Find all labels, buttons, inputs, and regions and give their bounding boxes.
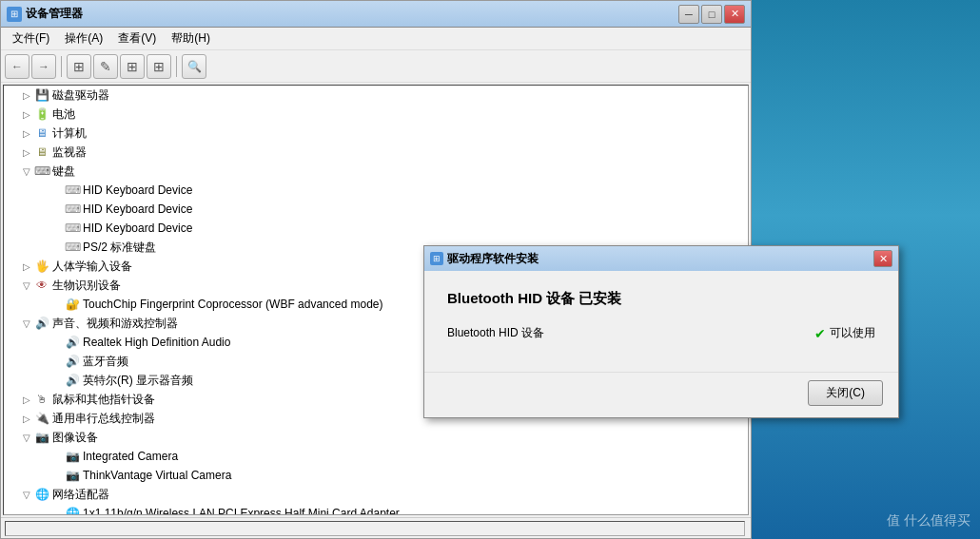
- toggle-mouse[interactable]: ▷: [19, 392, 34, 407]
- image-label: 图像设备: [52, 430, 98, 446]
- keyboard-icon: ⌨: [34, 164, 49, 179]
- hid3-label: HID Keyboard Device: [83, 221, 192, 235]
- battery-icon: 🔋: [34, 106, 49, 122]
- toggle-human[interactable]: ▷: [19, 259, 34, 274]
- toggle-wifi: [49, 506, 65, 515]
- tree-item-hid3[interactable]: ⌨ HID Keyboard Device: [4, 219, 748, 238]
- toggle-computer[interactable]: ▷: [19, 125, 34, 141]
- keyboard-label: 键盘: [52, 164, 75, 180]
- status-bar: [1, 517, 751, 538]
- dialog-close-button[interactable]: 关闭(C): [808, 380, 883, 406]
- cam2-icon: 📷: [65, 468, 80, 483]
- computer-icon: 🖥: [34, 125, 49, 141]
- menu-view[interactable]: 查看(V): [110, 29, 164, 48]
- dialog-title-bar: ⊞ 驱动程序软件安装 ✕: [424, 246, 898, 271]
- image-icon: 📷: [34, 430, 49, 445]
- dialog-close-x-button[interactable]: ✕: [873, 250, 892, 267]
- search-button[interactable]: 🔍: [182, 54, 206, 79]
- check-icon: ✔: [814, 326, 826, 341]
- tree-item-hid1[interactable]: ⌨ HID Keyboard Device: [4, 181, 748, 200]
- toolbar-btn-4[interactable]: ⊞: [147, 54, 171, 79]
- toggle-battery[interactable]: ▷: [19, 106, 34, 122]
- dialog-title-text: 驱动程序软件安装: [447, 251, 539, 267]
- toggle-cam1: [49, 449, 65, 464]
- mouse-label: 鼠标和其他指针设备: [52, 392, 155, 408]
- dialog-title-icon: ⊞: [430, 252, 443, 265]
- toolbar-separator-2: [176, 56, 177, 77]
- toolbar: ← → ⊞ ✎ ⊞ ⊞ 🔍: [1, 50, 751, 83]
- disk-icon: 💾: [34, 87, 49, 103]
- toggle-fp: [49, 297, 65, 312]
- tree-item-cam1[interactable]: 📷 Integrated Camera: [4, 447, 748, 466]
- toolbar-btn-2[interactable]: ✎: [93, 54, 118, 79]
- tree-item-net[interactable]: ▽ 🌐 网络适配器: [4, 485, 748, 504]
- menu-help[interactable]: 帮助(H): [164, 29, 218, 48]
- hid1-icon: ⌨: [65, 183, 80, 198]
- monitor-label: 监视器: [52, 144, 87, 161]
- tree-item-battery[interactable]: ▷ 🔋 电池: [4, 105, 748, 124]
- dialog-status: ✔ 可以使用: [814, 325, 875, 341]
- toggle-cam2: [49, 468, 65, 483]
- tree-item-wifi[interactable]: 🌐 1x1 11b/g/n Wireless LAN PCI Express H…: [4, 504, 748, 515]
- menu-action[interactable]: 操作(A): [57, 29, 110, 48]
- bt-audio-label: 蓝牙音频: [83, 354, 128, 370]
- usb-label: 通用串行总线控制器: [52, 411, 155, 427]
- toggle-usb[interactable]: ▷: [19, 411, 34, 426]
- toggle-hid1: [49, 183, 65, 198]
- toolbar-btn-3[interactable]: ⊞: [120, 54, 145, 79]
- dialog-body: Bluetooth HID 设备 已安装 Bluetooth HID 设备 ✔ …: [424, 271, 898, 372]
- battery-label: 电池: [52, 106, 75, 123]
- bio-label: 生物识别设备: [52, 278, 121, 294]
- dialog-footer: 关闭(C): [424, 372, 898, 417]
- mouse-icon: 🖱: [34, 392, 49, 407]
- toggle-keyboard[interactable]: ▽: [19, 164, 34, 179]
- close-button[interactable]: ✕: [724, 5, 745, 24]
- tree-item-disk[interactable]: ▷ 💾 磁盘驱动器: [4, 86, 748, 105]
- wifi-icon: 🌐: [65, 506, 80, 515]
- disk-label: 磁盘驱动器: [52, 87, 109, 104]
- bt-audio-icon: 🔊: [65, 354, 80, 369]
- tree-item-keyboard[interactable]: ▽ ⌨ 键盘: [4, 162, 748, 181]
- forward-button[interactable]: →: [31, 54, 56, 79]
- menu-file[interactable]: 文件(F): [5, 29, 57, 48]
- dialog-status-text: 可以使用: [830, 325, 875, 341]
- back-button[interactable]: ←: [5, 54, 29, 79]
- net-icon: 🌐: [34, 487, 49, 502]
- dialog-device-name: Bluetooth HID 设备: [447, 325, 814, 341]
- tree-item-monitor[interactable]: ▷ 🖥 监视器: [4, 143, 748, 162]
- cam1-icon: 📷: [65, 449, 80, 464]
- cam1-label: Integrated Camera: [83, 450, 178, 463]
- human-icon: 🖐: [34, 259, 49, 274]
- toggle-net[interactable]: ▽: [19, 487, 34, 502]
- minimize-button[interactable]: ─: [678, 5, 699, 24]
- dialog-device-row: Bluetooth HID 设备 ✔ 可以使用: [447, 325, 875, 349]
- watermark: 值 什么值得买: [887, 512, 970, 529]
- ps2-icon: ⌨: [65, 240, 80, 255]
- toggle-disk[interactable]: ▷: [19, 87, 34, 103]
- toggle-image[interactable]: ▽: [19, 430, 34, 445]
- toolbar-separator-1: [61, 56, 62, 77]
- status-panel: [5, 521, 745, 536]
- sound-icon: 🔊: [34, 316, 49, 331]
- window-title: 设备管理器: [26, 6, 83, 22]
- toolbar-btn-1[interactable]: ⊞: [67, 54, 91, 79]
- realtek-icon: 🔊: [65, 335, 80, 350]
- intel-icon: 🔊: [65, 373, 80, 388]
- toggle-monitor[interactable]: ▷: [19, 144, 34, 160]
- toggle-hid3: [49, 221, 65, 236]
- hid2-label: HID Keyboard Device: [83, 202, 192, 216]
- dialog-heading: Bluetooth HID 设备 已安装: [447, 290, 875, 308]
- tree-item-computer[interactable]: ▷ 🖥 计算机: [4, 124, 748, 143]
- toggle-sound[interactable]: ▽: [19, 316, 34, 331]
- realtek-label: Realtek High Definition Audio: [83, 336, 230, 349]
- window-controls: ─ □ ✕: [678, 5, 745, 24]
- intel-label: 英特尔(R) 显示器音频: [83, 373, 193, 389]
- tree-item-image[interactable]: ▽ 📷 图像设备: [4, 428, 748, 447]
- ps2-label: PS/2 标准键盘: [83, 240, 156, 256]
- hid3-icon: ⌨: [65, 221, 80, 236]
- toggle-bio[interactable]: ▽: [19, 278, 34, 293]
- maximize-button[interactable]: □: [701, 5, 722, 24]
- tree-item-cam2[interactable]: 📷 ThinkVantage Virtual Camera: [4, 466, 748, 485]
- tree-item-hid2[interactable]: ⌨ HID Keyboard Device: [4, 200, 748, 219]
- cam2-label: ThinkVantage Virtual Camera: [83, 469, 231, 482]
